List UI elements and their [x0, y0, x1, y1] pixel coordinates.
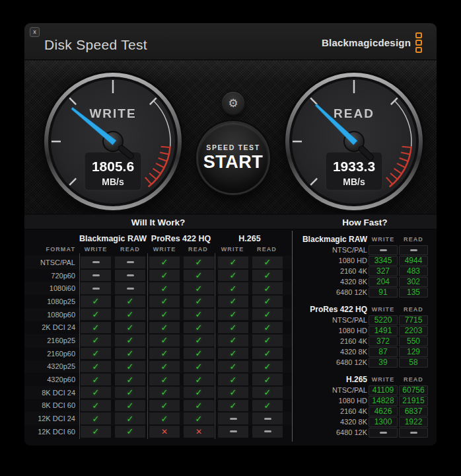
table-row: 6480 12K3958 — [292, 357, 437, 368]
check-icon: ✓ — [127, 415, 134, 423]
blackmagic-logo: Blackmagicdesign — [322, 31, 422, 54]
status-cell: ✓ — [81, 296, 111, 307]
codec-section: ProRes 422 HQWRITEREADNTSC/PAL5220771510… — [292, 304, 437, 368]
check-icon: ✓ — [161, 297, 168, 305]
status-cell: ✓ — [184, 400, 214, 412]
check-icon: ✓ — [127, 401, 134, 410]
status-cell — [115, 270, 145, 282]
check-icon: ✓ — [161, 284, 168, 293]
table-row: 4320p60✓✓✓✓✓✓ — [24, 373, 292, 386]
status-cell: ✓ — [149, 361, 180, 373]
gauge-value: 1805.6 — [92, 159, 134, 174]
settings-button[interactable]: ⚙ — [222, 92, 244, 114]
gauge-unit: MB/s — [102, 177, 124, 187]
check-icon: ✓ — [195, 271, 203, 280]
check-icon: ✓ — [127, 427, 134, 436]
status-cell: ✓ — [218, 400, 248, 412]
check-icon: ✓ — [92, 310, 100, 319]
check-icon: ✓ — [195, 415, 203, 423]
status-cell — [218, 413, 248, 424]
status-cell: ✓ — [184, 309, 214, 321]
table-row: 12K DCI 24✓✓✓✓ — [24, 412, 292, 425]
status-cell: ✓ — [184, 257, 214, 268]
codec-name: Blackmagic RAW — [292, 235, 367, 244]
cross-icon: ✕ — [161, 428, 168, 436]
status-cell: ✓ — [252, 270, 283, 282]
check-icon: ✓ — [92, 376, 100, 384]
format-label: 1080 HD — [292, 257, 367, 264]
status-cell: ✓ — [115, 335, 145, 346]
speed-value-cell: 4626 — [369, 407, 398, 416]
speed-value-cell: 87 — [369, 347, 398, 357]
speed-value-cell: 302 — [399, 277, 428, 287]
speed-value-cell: 327 — [369, 266, 398, 276]
check-icon: ✓ — [161, 271, 168, 280]
speed-value-cell: 7715 — [399, 315, 428, 325]
check-icon: ✓ — [127, 297, 134, 305]
status-cell: ✓ — [149, 296, 180, 307]
read-header: READ — [188, 246, 208, 253]
dash-icon — [410, 432, 417, 434]
format-label: 6480 12K — [292, 358, 367, 366]
format-label: 2160 4K — [292, 407, 367, 415]
status-cell: ✓ — [115, 374, 145, 385]
table-row: 6480 12K — [292, 427, 437, 438]
status-cell: ✓ — [218, 348, 248, 360]
format-label: 2160 4K — [292, 267, 367, 275]
status-cell — [115, 282, 145, 294]
check-icon: ✓ — [161, 349, 168, 358]
close-button[interactable]: x — [30, 27, 40, 37]
speed-value-cell: 39 — [369, 358, 398, 368]
status-cell: ✕ — [184, 426, 214, 438]
check-icon: ✓ — [92, 427, 100, 436]
table-row: 1080 HD1482821915 — [292, 395, 437, 406]
status-cell: ✓ — [149, 400, 180, 412]
speed-value-cell: 1922 — [399, 417, 428, 427]
format-label: 8K DCI 60 — [24, 401, 75, 409]
check-icon: ✓ — [195, 297, 203, 305]
status-cell: ✓ — [218, 335, 248, 346]
read-header: READ — [399, 235, 428, 245]
speed-value-cell: 372 — [369, 337, 398, 346]
check-icon: ✓ — [92, 415, 100, 423]
start-button-label: START — [203, 152, 264, 173]
check-icon: ✓ — [230, 401, 237, 410]
status-cell: ✓ — [218, 282, 248, 294]
check-icon: ✓ — [230, 297, 237, 305]
check-icon: ✓ — [195, 258, 203, 266]
cross-icon: ✕ — [195, 428, 202, 436]
status-cell: ✓ — [81, 309, 111, 321]
check-icon: ✓ — [161, 310, 168, 319]
check-icon: ✓ — [92, 297, 100, 305]
read-header: READ — [399, 305, 428, 315]
dash-icon — [127, 274, 134, 276]
start-button[interactable]: SPEED TEST START — [198, 123, 268, 193]
check-icon: ✓ — [92, 323, 100, 332]
status-cell: ✓ — [252, 348, 283, 360]
table-row: 2K DCI 24✓✓✓✓✓✓ — [24, 321, 292, 334]
status-cell: ✓ — [252, 296, 283, 307]
check-icon: ✓ — [230, 376, 237, 384]
table-row: 8K DCI 60✓✓✓✓✓✓ — [24, 399, 292, 413]
format-label: 1080 HD — [292, 397, 367, 405]
check-icon: ✓ — [230, 310, 237, 319]
gear-icon: ⚙ — [228, 98, 238, 109]
check-icon: ✓ — [92, 401, 100, 410]
check-icon: ✓ — [195, 323, 203, 332]
read-header: READ — [257, 246, 277, 253]
format-label: NTSC/PAL — [292, 246, 367, 254]
title-bar: x Disk Speed Test Blackmagicdesign — [24, 23, 437, 60]
status-cell: ✓ — [184, 413, 214, 424]
format-label: 4320p25 — [24, 362, 75, 370]
status-cell: ✓ — [184, 282, 214, 294]
table-row: NTSC/PAL — [292, 245, 437, 255]
check-icon: ✓ — [161, 415, 168, 423]
codec-section: H.265WRITEREADNTSC/PAL41109607561080 HD1… — [292, 374, 437, 438]
dash-icon — [92, 261, 100, 263]
check-icon: ✓ — [92, 336, 100, 344]
check-icon: ✓ — [161, 362, 168, 371]
dash-icon — [230, 430, 237, 432]
how-fast-table: Blackmagic RAWWRITEREADNTSC/PAL1080 HD33… — [292, 214, 437, 438]
write-header: WRITE — [369, 375, 398, 385]
gauge-value: 1933.3 — [333, 159, 375, 174]
